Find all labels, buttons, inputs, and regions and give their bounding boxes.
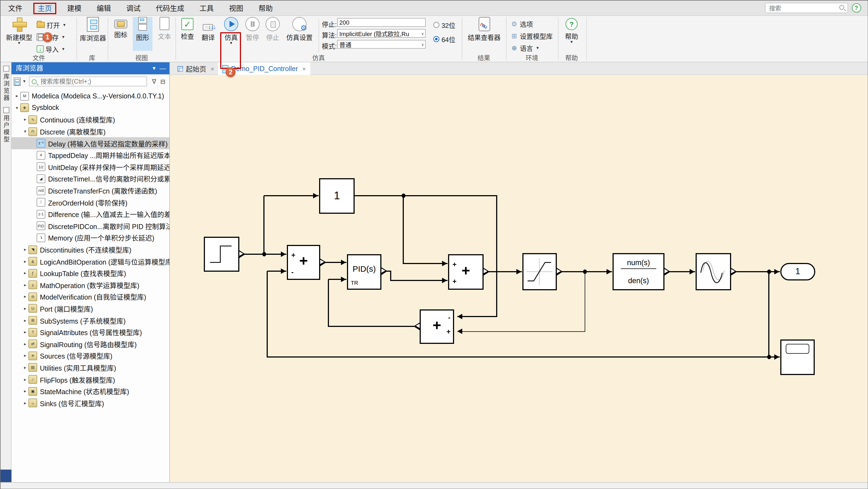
stop-button[interactable]: 停止 (263, 17, 282, 41)
tree-item[interactable]: z⁻²Delay (将输入信号延迟指定数量的采样) (11, 137, 169, 149)
tree-chevron-icon[interactable]: ▾ (22, 129, 28, 134)
stop-time-field[interactable] (337, 18, 426, 27)
tree-item[interactable]: ▸☼Sinks (信号汇模型库) (11, 397, 169, 409)
mode-value[interactable] (338, 40, 425, 48)
tree-chevron-icon[interactable]: ▸ (22, 306, 28, 311)
menu-item-建模[interactable]: 建模 (60, 1, 89, 15)
tree-item[interactable]: 4TappedDelay ...周期并输出所有延迟版本) (11, 149, 169, 161)
signal-wire[interactable] (769, 272, 769, 358)
tab-start-page[interactable]: 起始页 × (173, 62, 219, 75)
close-icon[interactable]: × (211, 65, 214, 72)
set-model-library-button[interactable]: ⊞ 设置模型库 (510, 31, 553, 40)
block-sum-feedforward[interactable]: +++ (448, 254, 484, 290)
tree-item[interactable]: ▸⊔Port (端口模型库) (11, 303, 169, 314)
signal-wire[interactable] (264, 196, 265, 255)
signal-wire[interactable] (403, 196, 404, 264)
tree-chevron-icon[interactable]: ▸ (22, 330, 28, 335)
translate-button[interactable]: ↓↓↓∶∶∶ 翻译 (198, 17, 218, 41)
tree-item[interactable]: ↴Memory (应用一个单积分步长延迟) (11, 232, 169, 244)
help-button[interactable]: ? 帮助 ▼ (560, 17, 583, 44)
tree-chevron-icon[interactable]: ▸ (22, 377, 28, 382)
tree-item[interactable]: ▸▣StateMachine (状态机模型库) (11, 386, 169, 397)
new-model-button[interactable]: 新建模型 ▼ (4, 17, 34, 45)
pause-button[interactable]: 暂停 (243, 17, 262, 41)
library-browser-button[interactable]: 库浏览器 (80, 17, 106, 42)
block-scope[interactable] (780, 339, 815, 375)
library-search-input[interactable] (39, 78, 145, 85)
library-mini-icon[interactable] (14, 78, 21, 86)
chevron-down-icon[interactable]: ▼ (22, 80, 26, 83)
tree-item[interactable]: ▸∕FlipFlops (触发器模型库) (11, 374, 169, 386)
tree-chevron-icon[interactable]: ▸ (22, 283, 28, 287)
import-button[interactable]: ↓ 导入 ▼ (37, 44, 65, 54)
tree-item[interactable]: ▸⊞SubSystems (子系统模型库) (11, 315, 169, 326)
signal-wire[interactable] (731, 271, 780, 272)
menu-item-代码生成[interactable]: 代码生成 (148, 1, 192, 15)
tree-item[interactable]: ▸&LogicAndBitOperation (逻辑与位运算模型库) (11, 255, 169, 267)
tree-chevron-icon[interactable]: ▸ (22, 271, 28, 276)
block-saturation[interactable] (522, 253, 557, 290)
radio-32bit[interactable]: 32位 (433, 20, 456, 30)
signal-wire[interactable] (329, 326, 420, 327)
tree-chevron-icon[interactable]: ▸ (22, 295, 28, 299)
close-icon[interactable]: × (303, 65, 306, 72)
panel-menu-icon[interactable]: ▼ (150, 62, 158, 74)
tree-item[interactable]: ▸⊘ModelVerification (自我验证模型库) (11, 291, 169, 303)
language-button[interactable]: ⊕ 语言 ▼ (510, 43, 539, 53)
signal-wire[interactable] (267, 271, 268, 358)
options-button[interactable]: ⚙ 选项 (510, 19, 533, 28)
stop-time-input[interactable] (338, 19, 425, 26)
tree-item[interactable]: ▸ƒLookupTable (查找表模型库) (11, 267, 169, 279)
signal-wire[interactable] (496, 196, 497, 317)
tree-chevron-icon[interactable]: ▾ (14, 105, 20, 111)
block-sum-error[interactable]: ++- (287, 245, 320, 280)
tree-item[interactable]: ▸▤Utilities (实用工具模型库) (11, 362, 169, 373)
simulation-settings-button[interactable]: 仿真设置 (284, 17, 315, 41)
solver-select[interactable]: ∨ (337, 29, 426, 38)
signal-wire[interactable] (457, 316, 497, 317)
solver-value[interactable] (338, 30, 425, 37)
tree-item[interactable]: ▾⊓Discrete (离散模型库) (11, 126, 169, 137)
tree-item[interactable]: ▸?SignalAttributes (信号属性模型库) (11, 326, 169, 338)
tree-chevron-icon[interactable]: ▸ (14, 94, 20, 99)
library-search-box[interactable] (29, 77, 147, 86)
tree-chevron-icon[interactable]: ▸ (22, 247, 28, 252)
block-sum-tracking[interactable]: +-+ (420, 309, 454, 344)
mode-select[interactable]: ∨ (337, 40, 426, 49)
tree-chevron-icon[interactable]: ▸ (22, 365, 28, 370)
side-tab-library-browser[interactable]: 库浏览器 (1, 66, 11, 102)
menu-item-文件[interactable]: 文件 (1, 1, 30, 15)
menu-item-帮助[interactable]: 帮助 (251, 1, 280, 15)
signal-wire[interactable] (457, 331, 585, 332)
open-button[interactable]: 打开 ▼ (37, 20, 66, 30)
block-out-port[interactable]: 1 (780, 263, 815, 280)
signal-wire[interactable] (264, 195, 318, 196)
tree-item[interactable]: z-1Difference (输...入值减去上一输入值的差值) (11, 208, 169, 220)
result-viewer-button[interactable]: ∿∿ 结果查看器 (464, 17, 504, 41)
check-button[interactable]: ✓ 检查 (178, 17, 197, 40)
global-search-box[interactable] (765, 3, 848, 13)
signal-wire[interactable] (391, 280, 447, 281)
tree-item[interactable]: ▸◥Discontinuities (不连续模型库) (11, 244, 169, 255)
tree-item[interactable]: ◢DiscreteTimeI...信号的离散时间积分或累积) (11, 173, 169, 184)
signal-wire[interactable] (584, 272, 585, 332)
block-gain[interactable]: 1 (319, 178, 354, 214)
tree-item[interactable]: ▸∿Continuous (连续模型库) (11, 114, 169, 125)
tree-chevron-icon[interactable]: ▸ (22, 400, 28, 405)
collapse-all-icon[interactable]: ⊟ (158, 78, 167, 85)
menu-item-调试[interactable]: 调试 (119, 1, 148, 15)
tree-item[interactable]: ▸✳Sources (信号源模型库) (11, 350, 169, 362)
tree-chevron-icon[interactable]: ▸ (22, 342, 28, 346)
filter-icon[interactable]: ∇ (150, 78, 158, 85)
signal-wire[interactable] (267, 357, 769, 358)
quick-help-icon[interactable]: ? (851, 3, 861, 12)
signal-wire[interactable] (403, 263, 447, 264)
radio-64bit[interactable]: 64位 (433, 34, 456, 44)
block-step-source[interactable] (204, 237, 239, 272)
tree-chevron-icon[interactable]: ▸ (22, 354, 28, 358)
signal-wire[interactable] (390, 271, 391, 281)
block-pid-controller[interactable]: PID(s)TR (347, 254, 381, 290)
tree-chevron-icon[interactable]: ▸ (22, 117, 28, 122)
tree-chevron-icon[interactable]: ▸ (22, 259, 28, 264)
menu-item-工具[interactable]: 工具 (192, 1, 221, 15)
